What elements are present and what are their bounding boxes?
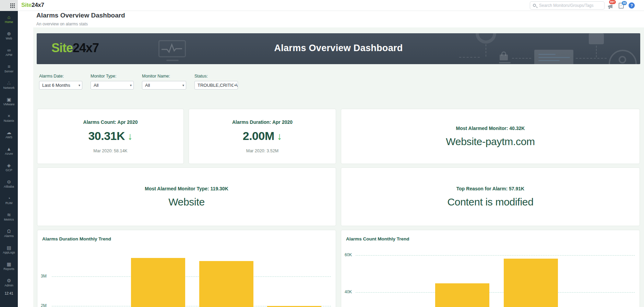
chevron-down-icon: ▾ <box>78 83 80 87</box>
filter-select[interactable]: TROUBLE,CRITICAL▾ <box>194 81 238 90</box>
card-top-reason: Top Reason for Alarm: 57.91K Content is … <box>341 167 640 226</box>
filter-select[interactable]: Last 6 Months▾ <box>39 81 82 90</box>
sidebar-item-label: Network <box>3 86 14 90</box>
gridline <box>52 276 331 277</box>
sidebar-item-network[interactable]: ∴Network <box>0 77 18 93</box>
filter: Alarms Date:Last 6 Months▾ <box>39 74 82 90</box>
chevron-down-icon: ▾ <box>182 83 184 87</box>
sidebar-item-label: Alarms <box>4 234 14 238</box>
sidebar-item-alibaba[interactable]: ⊖Alibaba <box>0 176 18 192</box>
sidebar-item-nutanix[interactable]: ×Nutanix <box>0 110 18 126</box>
search-icon <box>533 4 536 7</box>
page-subtitle: An overview on alarms stats <box>36 22 88 26</box>
rum-icon: ◔ <box>8 196 10 201</box>
card-footnote: Mar 2020: 58.14K <box>93 149 127 153</box>
applogs-icon: ▤ <box>7 245 11 250</box>
sidebar-item-apm[interactable]: ∞APM <box>0 44 18 60</box>
sidebar-item-label: Server <box>4 70 14 73</box>
sidebar-item-rum[interactable]: ◔RUM <box>0 192 18 209</box>
sidebar-item-metrics[interactable]: ≋Metrics <box>0 209 18 225</box>
card-most-alarmed-monitor-type: Most Alarmed Monitor Type: 119.30K Websi… <box>37 167 336 226</box>
sidebar-item-label: Nutanix <box>4 119 14 122</box>
sidebar-item-server[interactable]: ≡Server <box>0 60 18 77</box>
sidebar-item-home[interactable]: ⌂Home <box>0 11 18 27</box>
card-value: Content is modified <box>447 196 533 208</box>
sidebar-item-applogs[interactable]: ▤AppLogs <box>0 241 18 258</box>
question-mark-icon: ? <box>631 3 633 8</box>
azure-icon: ▲ <box>7 146 11 152</box>
sidebar-nav: ⌂Home⊕Web∞APM≡Server∴Network▣VMware×Nuta… <box>0 11 18 307</box>
sidebar-item-label: VMware <box>3 103 14 106</box>
server-icon: ≡ <box>8 64 10 69</box>
global-search[interactable] <box>530 1 605 10</box>
chart-alarms-duration-trend: Alarms Duration Monthly Trend 3M2M <box>37 230 336 307</box>
web-icon: ⊕ <box>7 31 11 36</box>
sidebar-item-label: Admin <box>4 284 13 287</box>
sidebar-item-web[interactable]: ⊕Web <box>0 27 18 44</box>
network-icon: ∴ <box>8 81 11 86</box>
filter: Monitor Name:All▾ <box>142 74 186 90</box>
sidebar-item-gcp[interactable]: ◈GCP <box>0 159 18 176</box>
card-most-alarmed-monitor: Most Alarmed Monitor: 40.32K Website-pay… <box>341 109 640 164</box>
alibaba-icon: ⊖ <box>7 179 11 185</box>
filter-selected-value: Last 6 Months <box>42 83 70 88</box>
vmware-icon: ▣ <box>7 97 11 102</box>
trend-down-icon: ↓ <box>128 131 133 141</box>
card-value: Website-paytm.com <box>446 136 535 147</box>
chart-title: Alarms Duration Monthly Trend <box>42 236 111 241</box>
admin-icon: ⚙ <box>7 278 11 283</box>
filter-select[interactable]: All▾ <box>142 81 186 90</box>
metrics-icon: ≋ <box>7 212 11 217</box>
sidebar-item-label: GCP <box>5 168 12 172</box>
sidebar-item-aws[interactable]: ☁AWS <box>0 126 18 143</box>
reports-icon: ▦ <box>7 262 11 267</box>
sidebar-item-label: AppLogs <box>3 251 15 254</box>
tasks-button[interactable]: 16 ✓ <box>619 3 624 9</box>
page-title: Alarms Overview Dashboard <box>36 12 125 19</box>
card-title: Alarms Duration: Apr 2020 <box>232 119 293 125</box>
sidebar-item-label: Azure <box>5 152 13 155</box>
card-alarms-duration: Alarms Duration: Apr 2020 2.00M ↓ Mar 20… <box>189 109 336 164</box>
aws-icon: ☁ <box>7 130 11 135</box>
report-card-decoration <box>534 50 573 64</box>
bar-feb-2020 <box>131 258 185 307</box>
app-launcher-button[interactable] <box>0 0 18 11</box>
sidebar-item-admin[interactable]: ⚙Admin <box>0 274 18 291</box>
bar-feb-2020 <box>435 283 489 307</box>
filter-label: Monitor Name: <box>142 74 186 79</box>
card-footnote: Mar 2020: 3.52M <box>246 149 279 153</box>
trend-down-icon: ↓ <box>277 131 282 141</box>
nutanix-icon: × <box>8 114 10 119</box>
y-axis-label: 60K <box>345 252 352 257</box>
top-bar: Site24x7 99+ 16 ✓ ? <box>0 0 644 11</box>
announcements-badge: 99+ <box>609 0 616 4</box>
sidebar-item-label: Alibaba <box>4 185 14 188</box>
filter: Status:TROUBLE,CRITICAL▾ <box>194 74 238 90</box>
announcements-button[interactable]: 99+ <box>608 2 614 9</box>
sidebar-item-reports[interactable]: ▦Reports <box>0 258 18 274</box>
sidebar-item-label: Home <box>5 20 13 24</box>
search-input[interactable] <box>539 3 601 8</box>
y-axis-label: 2M <box>41 303 47 307</box>
filter-bar: Alarms Date:Last 6 Months▾Monitor Type:A… <box>39 74 238 90</box>
help-button[interactable]: ? <box>629 2 635 9</box>
app-grid-icon <box>10 3 11 4</box>
card-title: Most Alarmed Monitor Type: 119.30K <box>145 186 228 191</box>
gridline <box>356 255 635 256</box>
filter-select[interactable]: All▾ <box>91 81 134 90</box>
chart-alarms-count-trend: Alarms Count Monthly Trend 60K40K <box>341 230 640 307</box>
site24x7-logo: Site24x7 <box>21 2 44 9</box>
sidebar-item-label: Metrics <box>4 218 14 221</box>
apm-icon: ∞ <box>7 48 11 53</box>
node-decoration <box>589 33 604 44</box>
bar-mar-2020 <box>504 259 558 307</box>
sidebar-item-label: APM <box>5 53 12 57</box>
sidebar-item-alarms[interactable]: ΩAlarms <box>0 225 18 241</box>
card-title: Top Reason for Alarm: 57.91K <box>456 186 524 191</box>
sidebar-item-label: Web <box>6 37 12 40</box>
card-value: Website <box>168 196 205 208</box>
filter-label: Status: <box>194 74 238 79</box>
card-value: 30.31K <box>88 129 125 143</box>
sidebar-item-azure[interactable]: ▲Azure <box>0 143 18 159</box>
sidebar-item-vmware[interactable]: ▣VMware <box>0 93 18 110</box>
